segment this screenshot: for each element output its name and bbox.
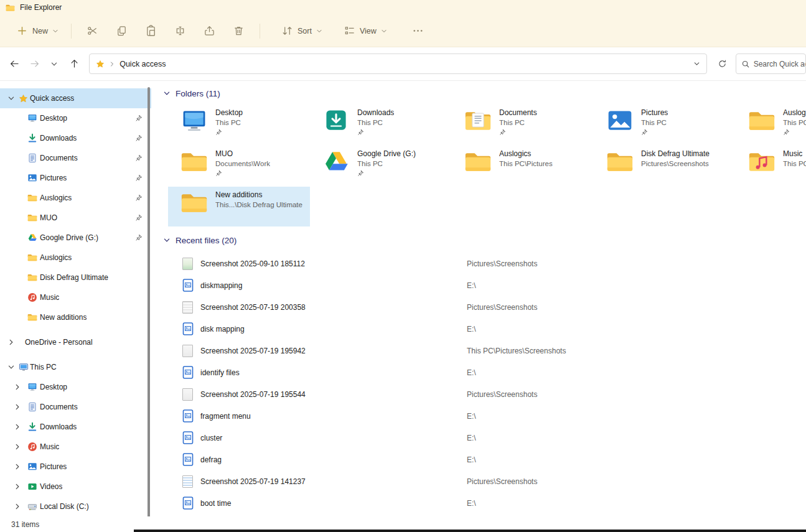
chevron-down-icon[interactable] xyxy=(7,95,15,102)
sidebar-item-pictures[interactable]: Pictures xyxy=(0,168,151,188)
view-button[interactable]: View xyxy=(337,20,393,42)
recent-file-boot-time[interactable]: boot time E:\ xyxy=(151,492,806,514)
file-name: Screenshot 2025-07-19 195544 xyxy=(200,390,467,399)
sidebar-item-auslogics[interactable]: Auslogics xyxy=(0,188,151,208)
sidebar-item-documents[interactable]: Documents xyxy=(0,148,151,168)
recent-file-disk-mapping[interactable]: disk mapping E:\ xyxy=(151,318,806,340)
folder-location: This PC xyxy=(357,160,383,167)
folder-name: MUO xyxy=(215,149,233,158)
address-dropdown-icon[interactable] xyxy=(693,60,700,67)
sidebar-item-label: MUO xyxy=(40,213,57,222)
file-icon xyxy=(182,366,194,379)
refresh-button[interactable] xyxy=(713,54,732,74)
title-bar: File Explorer xyxy=(0,0,806,15)
chevron-right-icon[interactable] xyxy=(14,483,21,490)
rename-button[interactable] xyxy=(166,19,195,43)
forward-button[interactable] xyxy=(25,54,45,74)
folder-name: Desktop xyxy=(215,108,243,117)
sidebar-item-this-pc[interactable]: This PC xyxy=(0,357,151,377)
sidebar-item-google-drive-g[interactable]: Google Drive (G:) xyxy=(0,228,151,248)
sidebar-scrollbar[interactable] xyxy=(148,87,150,526)
sidebar-item-downloads[interactable]: Downloads xyxy=(0,128,151,148)
chevron-right-icon[interactable] xyxy=(14,423,21,431)
file-icon xyxy=(182,322,194,335)
recent-file-defrag[interactable]: defrag E:\ xyxy=(151,449,806,470)
folder-tile-music[interactable]: Music This PC xyxy=(736,146,806,185)
sidebar-item-quick-access[interactable]: Quick access xyxy=(0,88,151,108)
recent-file-screenshot-2025-07-19-141237[interactable]: Screenshot 2025-07-19 141237 Pictures\Sc… xyxy=(151,470,806,492)
file-name: diskmapping xyxy=(200,281,467,290)
breadcrumb[interactable]: Quick access xyxy=(119,60,166,68)
recent-file-fragment-menu[interactable]: fragment menu E:\ xyxy=(151,405,806,427)
recent-file-identify-files[interactable]: identify files E:\ xyxy=(151,362,806,383)
sidebar-item-desktop[interactable]: Desktop xyxy=(0,377,151,397)
share-button[interactable] xyxy=(195,19,224,43)
folder-tile-documents[interactable]: Documents This PC xyxy=(452,105,594,144)
chevron-down-icon xyxy=(50,60,58,68)
delete-button[interactable] xyxy=(224,19,253,43)
chevron-right-icon[interactable] xyxy=(14,463,21,470)
file-location: E:\ xyxy=(467,434,476,442)
sidebar-item-videos[interactable]: Videos xyxy=(0,477,151,497)
address-bar[interactable]: Quick access xyxy=(89,54,707,74)
cut-button[interactable] xyxy=(78,19,107,43)
recent-file-cluster[interactable]: cluster E:\ xyxy=(151,427,806,449)
up-button[interactable] xyxy=(64,54,84,74)
recent-file-screenshot-2025-09-10-185112[interactable]: Screenshot 2025-09-10 185112 Pictures\Sc… xyxy=(151,253,806,274)
folder-tile-disk-defrag-ultimate[interactable]: Disk Defrag Ultimate Pictures\Screenshot… xyxy=(594,146,736,185)
chevron-right-icon[interactable] xyxy=(7,338,15,346)
folder-tile-downloads[interactable]: Downloads This PC xyxy=(310,105,452,144)
sidebar-item-new-additions[interactable]: New additions xyxy=(0,307,151,327)
chevron-down-icon[interactable] xyxy=(7,363,15,371)
recent-file-screenshot-2025-07-19-195544[interactable]: Screenshot 2025-07-19 195544 Pictures\Sc… xyxy=(151,383,806,405)
sidebar-item-auslogics[interactable]: Auslogics xyxy=(0,248,151,268)
sidebar-item-desktop[interactable]: Desktop xyxy=(0,108,151,128)
folder-tile-text: MUO Documents\Work xyxy=(215,149,270,177)
copy-button[interactable] xyxy=(107,19,136,43)
folder-icon xyxy=(748,109,776,133)
recent-file-screenshot-2025-07-19-200358[interactable]: Screenshot 2025-07-19 200358 Pictures\Sc… xyxy=(151,296,806,318)
chevron-right-icon[interactable] xyxy=(14,443,21,450)
sidebar-item-muo[interactable]: MUO xyxy=(0,208,151,228)
sidebar-item-label: New additions xyxy=(40,313,87,322)
navigation-bar: Quick access Search Quick access xyxy=(0,47,806,81)
chevron-right-icon[interactable] xyxy=(14,383,21,391)
folder-tile-muo[interactable]: MUO Documents\Work xyxy=(168,146,310,185)
paste-button[interactable] xyxy=(136,19,166,43)
sidebar-item-label: OneDrive - Personal xyxy=(25,338,93,347)
see-more-button[interactable] xyxy=(405,19,431,43)
folder-name: Auslogics xyxy=(499,149,531,158)
recent-files-list: Screenshot 2025-09-10 185112 Pictures\Sc… xyxy=(151,253,806,514)
chevron-right-icon[interactable] xyxy=(14,503,21,510)
folder-tile-auslogics[interactable]: Auslogics This PC\Pictures xyxy=(452,146,594,185)
folder-tile-desktop[interactable]: Desktop This PC xyxy=(168,105,310,144)
folder-tile-pictures[interactable]: Pictures This PC xyxy=(594,105,736,144)
collapse-folders-icon[interactable] xyxy=(163,90,171,97)
recent-file-diskmapping[interactable]: diskmapping E:\ xyxy=(151,274,806,296)
sort-button[interactable]: Sort xyxy=(275,20,329,42)
sidebar-item-local-disk-c[interactable]: Local Disk (C:) xyxy=(0,497,151,516)
chevron-down-icon xyxy=(52,28,59,34)
sidebar-item-music[interactable]: Music xyxy=(0,287,151,307)
sidebar-item-downloads[interactable]: Downloads xyxy=(0,417,151,437)
folder-tile-text: Auslogics This PC\Pictures xyxy=(499,149,553,167)
chevron-right-icon[interactable] xyxy=(14,403,21,411)
sidebar-item-disk-defrag-ultimate[interactable]: Disk Defrag Ultimate xyxy=(0,268,151,287)
search-input[interactable]: Search Quick access xyxy=(736,54,806,74)
folder-location: This PC xyxy=(357,119,383,126)
sidebar-item-music[interactable]: Music xyxy=(0,437,151,457)
back-button[interactable] xyxy=(5,54,25,74)
recent-file-screenshot-2025-07-19-195942[interactable]: Screenshot 2025-07-19 195942 This PC\Pic… xyxy=(151,340,806,362)
folder-tile-new-additions[interactable]: New additions This...\Disk Defrag Ultima… xyxy=(168,187,310,226)
delete-icon xyxy=(233,25,245,37)
new-button[interactable]: New xyxy=(10,20,65,42)
collapse-recent-icon[interactable] xyxy=(163,236,171,244)
app-folder-icon xyxy=(6,4,15,12)
sidebar-item-onedrive-personal[interactable]: OneDrive - Personal xyxy=(0,332,151,352)
folder-tile-google-drive-g[interactable]: Google Drive (G:) This PC xyxy=(310,146,452,185)
back-icon xyxy=(9,58,20,69)
folder-tile-auslogics[interactable]: Auslogics This PC\ xyxy=(736,105,806,144)
sidebar-item-documents[interactable]: Documents xyxy=(0,397,151,417)
recent-locations-button[interactable] xyxy=(45,54,65,74)
sidebar-item-pictures[interactable]: Pictures xyxy=(0,457,151,477)
